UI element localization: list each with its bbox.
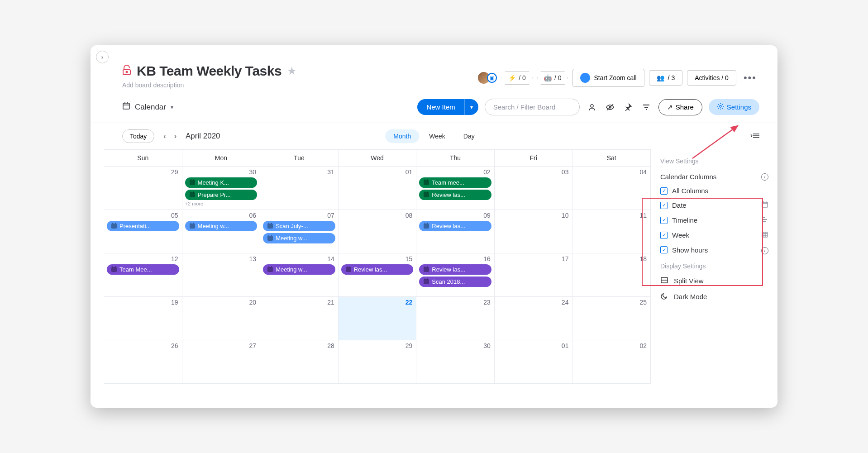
calendar-cell[interactable]: 16Review las...Scan 2018... <box>416 253 495 297</box>
calendar-cell[interactable]: 17 <box>495 253 573 297</box>
calendar-cell[interactable]: 11 <box>572 210 651 253</box>
date-number: 29 <box>405 342 413 349</box>
calendar-cell[interactable]: 02 <box>572 340 651 384</box>
calendar-event[interactable]: Meeting K... <box>185 177 258 188</box>
calendar-event[interactable]: Review las... <box>341 264 414 275</box>
calendar-cell[interactable]: 21 <box>260 297 339 340</box>
calendar-cell[interactable]: 01 <box>495 340 573 384</box>
top-action-bar: ▣ ⚡ / 0 🤖 / 0 Start Zoom call 👥 / 3 Acti… <box>477 69 759 87</box>
event-label: Meeting w... <box>198 223 229 229</box>
new-item-dropdown[interactable]: ▾ <box>464 99 478 115</box>
search-input[interactable] <box>485 99 580 115</box>
calendar-cell[interactable]: 06Meeting w... <box>182 210 261 253</box>
calendar-event[interactable]: Scan 2018... <box>419 277 491 287</box>
more-events-link[interactable]: +2 more <box>185 201 258 206</box>
more-menu-button[interactable]: ••• <box>741 72 759 84</box>
calendar-cell[interactable]: 07Scan July-...Meeting w... <box>260 210 339 253</box>
calendar-cell[interactable]: 28 <box>260 340 339 384</box>
calendar-cell[interactable]: 04 <box>572 167 651 210</box>
calendar-cell[interactable]: 18 <box>572 253 651 297</box>
calendar-event[interactable]: Meeting w... <box>263 264 335 275</box>
calendar-cell[interactable]: 08 <box>339 210 417 253</box>
calendar-cell[interactable]: 02Team mee...Review las... <box>416 167 495 210</box>
calendar-columns-header: Calendar Columns <box>660 173 716 181</box>
event-date-icon <box>267 236 273 241</box>
favorite-star-icon[interactable]: ★ <box>287 65 297 77</box>
calendar-cell[interactable]: 27 <box>182 340 261 384</box>
presence-avatar[interactable]: ▣ <box>477 71 497 85</box>
eye-hidden-icon[interactable] <box>604 101 616 113</box>
calendar-cell[interactable]: 12Team Mee... <box>104 253 182 297</box>
calendar-cell[interactable]: 30Meeting K...Prepare Pr...+2 more <box>182 167 261 210</box>
share-button[interactable]: ↗ Share <box>658 99 702 115</box>
next-month-button[interactable]: › <box>174 132 176 140</box>
activities-button[interactable]: Activities / 0 <box>687 70 736 86</box>
zoom-icon <box>580 73 590 83</box>
column-label: Week <box>672 231 689 239</box>
calendar-event[interactable]: Meeting w... <box>263 233 335 243</box>
calendar-event[interactable]: Scan July-... <box>263 221 335 231</box>
prev-month-button[interactable]: ‹ <box>163 132 166 140</box>
calendar-event[interactable]: Team Mee... <box>107 264 179 275</box>
members-button[interactable]: 👥 / 3 <box>649 70 683 86</box>
calendar-cell[interactable]: 03 <box>495 167 573 210</box>
calendar-event[interactable]: Review las... <box>419 221 491 231</box>
pin-icon[interactable] <box>622 101 634 113</box>
automations-chip[interactable]: 🤖 / 0 <box>537 71 568 85</box>
calendar-cell[interactable]: 15Review las... <box>339 253 417 297</box>
calendar-cell[interactable]: 09Review las... <box>416 210 495 253</box>
calendar-event[interactable]: Meeting w... <box>185 221 258 231</box>
calendar-cell[interactable]: 05Presentati... <box>104 210 182 253</box>
info-icon[interactable]: i <box>761 173 768 181</box>
event-label: Review las... <box>432 191 465 198</box>
calendar-cell[interactable]: 01 <box>339 167 417 210</box>
display-setting-row[interactable]: Dark Mode <box>660 292 768 301</box>
checkbox[interactable]: ✓ <box>660 202 668 209</box>
svg-rect-6 <box>762 202 768 207</box>
calendar-cell[interactable]: 29 <box>339 340 417 384</box>
calendar-cell[interactable]: 10 <box>495 210 573 253</box>
view-mode-week[interactable]: Week <box>421 129 453 143</box>
split-icon <box>660 276 668 286</box>
view-mode-day[interactable]: Day <box>455 129 483 143</box>
collapse-panel-icon[interactable] <box>750 132 759 141</box>
calendar-cell[interactable]: 31 <box>260 167 339 210</box>
integrations-chip[interactable]: ⚡ / 0 <box>501 71 533 85</box>
settings-column-row: ✓Timeline <box>660 216 768 224</box>
calendar-event[interactable]: Team mee... <box>419 177 491 188</box>
calendar-event[interactable]: Prepare Pr... <box>185 190 258 200</box>
today-button[interactable]: Today <box>122 129 154 143</box>
calendar-event[interactable]: Review las... <box>419 190 491 200</box>
checkbox[interactable]: ✓ <box>660 217 668 224</box>
checkbox[interactable]: ✓ <box>660 187 668 195</box>
zoom-call-button[interactable]: Start Zoom call <box>572 69 644 87</box>
checkbox[interactable]: ✓ <box>660 232 668 239</box>
view-switcher[interactable]: Calendar ▾ <box>122 102 173 112</box>
calendar-cell[interactable]: 29 <box>104 167 182 210</box>
calendar-cell[interactable]: 26 <box>104 340 182 384</box>
calendar-event[interactable]: Review las... <box>419 264 491 275</box>
expand-sidebar-button[interactable]: › <box>96 51 109 63</box>
info-icon: i <box>761 246 768 254</box>
date-number: 30 <box>249 168 257 176</box>
calendar-cell[interactable]: 13 <box>182 253 261 297</box>
new-item-button[interactable]: New Item <box>417 99 464 115</box>
person-filter-icon[interactable] <box>586 101 598 113</box>
view-mode-month[interactable]: Month <box>385 129 419 143</box>
calendar-cell[interactable]: 20 <box>182 297 261 340</box>
column-label: All Columns <box>672 187 708 195</box>
zoom-label: Start Zoom call <box>594 74 636 81</box>
settings-button[interactable]: Settings <box>709 99 759 115</box>
checkbox[interactable]: ✓ <box>660 246 668 253</box>
filter-icon[interactable] <box>640 101 652 113</box>
calendar-cell[interactable]: 23 <box>416 297 495 340</box>
calendar-cell[interactable]: 24 <box>495 297 573 340</box>
calendar-cell[interactable]: 14Meeting w... <box>260 253 339 297</box>
calendar-event[interactable]: Presentati... <box>107 221 179 231</box>
calendar-cell[interactable]: 30 <box>416 340 495 384</box>
board-title[interactable]: KB Team Weekly Tasks <box>137 63 281 79</box>
calendar-cell[interactable]: 25 <box>572 297 651 340</box>
calendar-cell[interactable]: 19 <box>104 297 182 340</box>
calendar-cell[interactable]: 22 <box>339 297 417 340</box>
display-setting-row[interactable]: Split View <box>660 276 768 286</box>
